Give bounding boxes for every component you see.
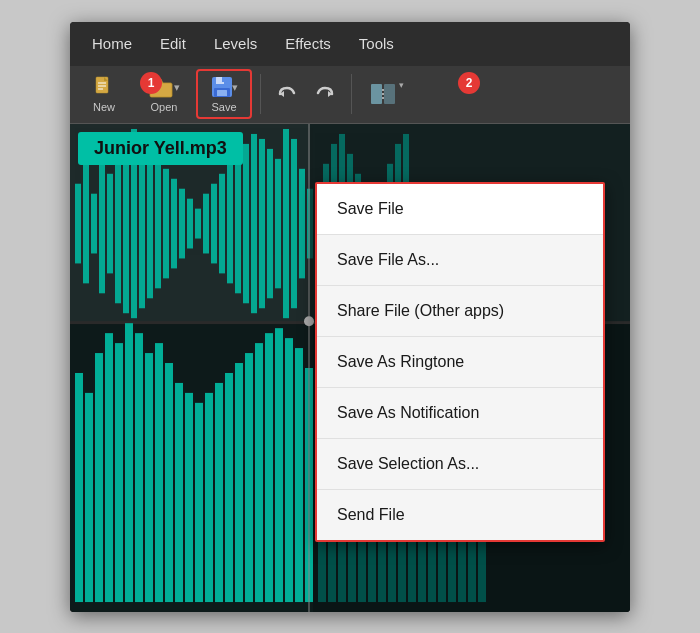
svg-rect-34	[179, 188, 185, 258]
svg-rect-41	[235, 153, 241, 292]
svg-rect-33	[171, 178, 177, 268]
svg-rect-78	[195, 402, 203, 601]
svg-rect-84	[255, 343, 263, 602]
menu-bar: Home Edit Levels Effects Tools	[70, 22, 630, 66]
svg-rect-11	[217, 90, 227, 96]
dropdown-save-selection-as[interactable]: Save Selection As...	[317, 439, 603, 490]
svg-rect-26	[115, 143, 121, 302]
dropdown-share-file[interactable]: Share File (Other apps)	[317, 286, 603, 337]
svg-rect-9	[222, 77, 224, 82]
new-label: New	[93, 101, 115, 113]
redo-button[interactable]	[307, 76, 343, 112]
svg-rect-69	[105, 333, 113, 602]
dropdown-menu: Save File Save File As... Share File (Ot…	[315, 182, 605, 542]
dropdown-send-file[interactable]: Send File	[317, 490, 603, 540]
svg-rect-88	[295, 348, 303, 602]
svg-rect-108	[308, 124, 310, 612]
menu-levels[interactable]: Levels	[200, 29, 271, 58]
svg-rect-32	[163, 168, 169, 278]
svg-rect-30	[147, 148, 153, 297]
svg-rect-42	[243, 143, 249, 302]
dropdown-save-as-notification[interactable]: Save As Notification	[317, 388, 603, 439]
dropdown-save-file[interactable]: Save File	[317, 184, 603, 235]
svg-rect-31	[155, 158, 161, 287]
svg-rect-25	[107, 173, 113, 273]
svg-rect-40	[227, 163, 233, 283]
svg-rect-14	[371, 84, 382, 104]
svg-rect-24	[99, 153, 105, 292]
svg-rect-83	[245, 353, 253, 602]
svg-rect-85	[265, 333, 273, 602]
svg-rect-67	[85, 392, 93, 601]
app-window: Home Edit Levels Effects Tools 1 New	[70, 22, 630, 612]
svg-rect-73	[145, 353, 153, 602]
svg-rect-70	[115, 343, 123, 602]
svg-rect-72	[135, 333, 143, 602]
svg-point-109	[304, 316, 314, 326]
svg-rect-22	[83, 163, 89, 283]
svg-rect-74	[155, 343, 163, 602]
svg-rect-36	[195, 208, 201, 238]
svg-rect-44	[259, 138, 265, 307]
save-button[interactable]: ▾ Save	[196, 69, 252, 119]
svg-rect-76	[175, 382, 183, 601]
svg-rect-79	[205, 392, 213, 601]
svg-rect-35	[187, 198, 193, 248]
svg-rect-21	[75, 183, 81, 263]
svg-rect-47	[283, 128, 289, 317]
svg-rect-86	[275, 328, 283, 602]
svg-rect-43	[251, 133, 257, 312]
svg-rect-75	[165, 363, 173, 602]
svg-rect-39	[219, 173, 225, 273]
undo-redo-group	[269, 76, 343, 112]
svg-rect-68	[95, 353, 103, 602]
svg-rect-87	[285, 338, 293, 602]
svg-rect-82	[235, 363, 243, 602]
new-icon	[92, 75, 116, 99]
svg-rect-23	[91, 193, 97, 253]
waveform-area: Junior Yell.mp3 Save File Save File As..…	[70, 124, 630, 612]
new-button[interactable]: New	[76, 69, 132, 119]
svg-rect-80	[215, 382, 223, 601]
svg-rect-38	[211, 183, 217, 263]
svg-rect-77	[185, 392, 193, 601]
svg-rect-45	[267, 148, 273, 297]
svg-rect-37	[203, 193, 209, 253]
save-icon: ▾	[210, 75, 238, 99]
toolbar: 1 New ▾	[70, 66, 630, 124]
badge-2: 2	[458, 72, 480, 94]
save-label: Save	[211, 101, 236, 113]
svg-rect-46	[275, 158, 281, 287]
filename-label: Junior Yell.mp3	[78, 132, 243, 165]
menu-home[interactable]: Home	[78, 29, 146, 58]
undo-button[interactable]	[269, 76, 305, 112]
svg-rect-49	[299, 168, 305, 278]
menu-effects[interactable]: Effects	[271, 29, 345, 58]
menu-tools[interactable]: Tools	[345, 29, 408, 58]
menu-edit[interactable]: Edit	[146, 29, 200, 58]
dropdown-save-file-as[interactable]: Save File As...	[317, 235, 603, 286]
extra-tool-button[interactable]: ▾	[360, 76, 406, 112]
toolbar-separator	[260, 74, 261, 114]
svg-rect-71	[125, 323, 133, 602]
svg-rect-15	[384, 84, 395, 104]
open-label: Open	[151, 101, 178, 113]
toolbar-separator-2	[351, 74, 352, 114]
svg-rect-66	[75, 372, 83, 601]
dropdown-save-as-ringtone[interactable]: Save As Ringtone	[317, 337, 603, 388]
svg-rect-48	[291, 138, 297, 307]
svg-rect-81	[225, 372, 233, 601]
badge-1: 1	[140, 72, 162, 94]
